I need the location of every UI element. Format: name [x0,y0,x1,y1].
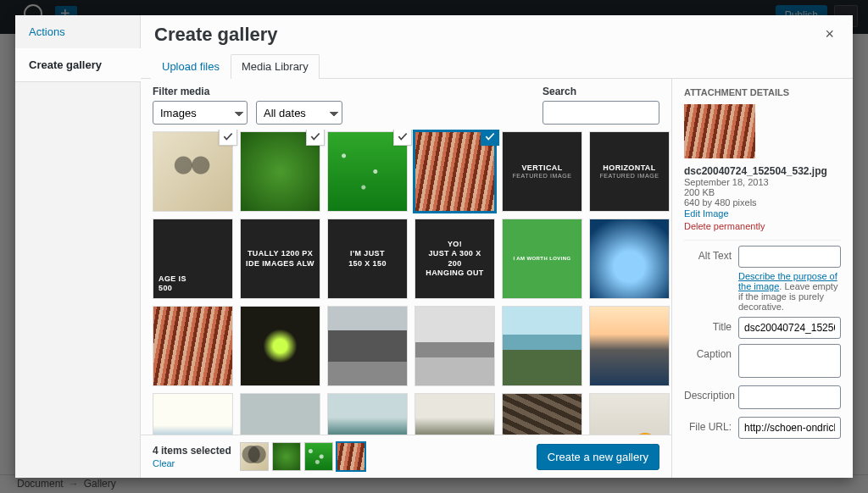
filter-type-select[interactable]: Images [153,101,248,125]
search-label: Search [542,86,659,97]
attachment-thumb[interactable] [502,393,582,435]
router-tabs: Upload files Media Library [141,48,853,79]
selection-thumb[interactable] [304,442,333,471]
search-input[interactable] [542,101,659,125]
attachment-thumb[interactable] [240,306,320,386]
checkmark-icon[interactable] [481,130,499,146]
attachment-thumb[interactable] [415,393,495,435]
title-label: Title [684,317,732,333]
sidebar-item-create-gallery[interactable]: Create gallery [15,48,140,81]
alt-text-input[interactable] [738,246,841,268]
attachment-thumb[interactable] [589,219,670,299]
alt-text-label: Alt Text [684,246,732,262]
attachment-thumb[interactable] [589,306,670,386]
selection-thumb[interactable] [272,442,301,471]
checkmark-icon[interactable] [393,130,412,146]
divider [15,81,140,82]
sidebar-item-actions[interactable]: Actions [15,15,140,48]
clear-selection[interactable]: Clear [153,458,231,468]
attachments-browser: Filter media Images All dates [141,79,671,478]
selection-strip [240,442,365,471]
attachment-thumb[interactable]: AGE IS500 [153,219,233,299]
close-button[interactable]: × [820,20,839,48]
attachment-thumb[interactable] [153,393,233,435]
delete-permanently-link[interactable]: Delete permanently [684,221,841,231]
modal-sidebar: Actions Create gallery [15,15,141,478]
checkmark-icon[interactable] [306,130,325,146]
modal-title: Create gallery [154,21,278,48]
attachment-thumb[interactable] [153,306,233,386]
tab-upload-files[interactable]: Upload files [151,54,231,79]
attachment-thumb[interactable]: YO!JUST A 300 X 200HANGING OUT [415,219,495,299]
filter-media-label: Filter media [153,86,342,97]
attachment-thumb[interactable] [153,131,233,212]
modal-overlay: Actions Create gallery Create gallery × … [0,0,868,493]
description-input[interactable] [738,385,841,409]
toolbar: Filter media Images All dates [141,79,671,130]
selection-count: 4 items selected [153,445,231,457]
details-heading: ATTACHMENT DETAILS [684,87,841,97]
filter-date-select[interactable]: All dates [256,101,342,125]
attachments-grid: VERTICALFEATURED IMAGEHORIZONTALFEATURED… [153,131,659,435]
attachment-preview [684,104,755,158]
attachment-thumb[interactable] [240,393,320,435]
attachment-thumb[interactable] [589,393,670,435]
attachment-thumb[interactable] [327,306,408,386]
description-label: Description [684,385,732,402]
title-input[interactable] [738,317,841,339]
attachment-filesize: 200 KB [684,187,841,197]
attachment-details: ATTACHMENT DETAILS dsc20040724_152504_53… [671,79,853,478]
selection-thumb[interactable] [240,442,269,471]
attachment-thumb[interactable]: TUALLY 1200 PXIDE IMAGES ALW [240,219,320,299]
attachment-thumb[interactable] [240,131,320,212]
attachment-thumb[interactable]: I AM WORTH LOVING [502,219,582,299]
attachment-thumb[interactable] [502,306,582,386]
caption-label: Caption [684,344,732,360]
checkmark-icon[interactable] [219,130,237,146]
modal-main: Create gallery × Upload files Media Libr… [141,15,853,478]
attachment-thumb[interactable]: HORIZONTALFEATURED IMAGE [589,131,670,212]
attachment-date: September 18, 2013 [684,177,841,187]
attachment-thumb[interactable] [415,131,495,212]
modal-footer: 4 items selected Clear Create a new gall… [141,435,671,478]
attachment-filename: dsc20040724_152504_532.jpg [684,165,841,177]
fileurl-label: File URL: [684,417,732,433]
alt-text-help: Describe the purpose of the image. Leave… [738,271,841,312]
attachment-thumb[interactable]: I'M JUST150 X 150 [327,219,408,299]
create-gallery-button[interactable]: Create a new gallery [537,444,659,470]
media-modal: Actions Create gallery Create gallery × … [15,15,853,478]
fileurl-input[interactable] [738,417,841,439]
attachment-thumb[interactable] [327,131,408,212]
attachment-thumb[interactable]: VERTICALFEATURED IMAGE [502,131,582,212]
attachment-dimensions: 640 by 480 pixels [684,197,841,208]
selection-thumb[interactable] [337,442,365,471]
attachment-thumb[interactable] [327,393,408,435]
caption-input[interactable] [738,344,841,378]
tab-media-library[interactable]: Media Library [231,54,320,79]
edit-image-link[interactable]: Edit Image [684,208,729,219]
attachment-thumb[interactable] [415,306,495,386]
